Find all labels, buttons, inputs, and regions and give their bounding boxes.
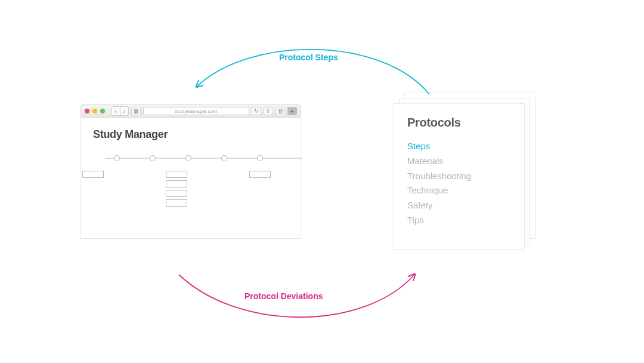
protocol-section-tips[interactable]: Tips bbox=[407, 213, 511, 228]
browser-body: Study Manager bbox=[80, 118, 301, 239]
study-timeline bbox=[93, 154, 289, 214]
close-icon bbox=[85, 109, 89, 113]
svg-point-1 bbox=[114, 156, 120, 161]
forward-icon[interactable]: › bbox=[120, 107, 128, 115]
label-protocol-deviations: Protocol Deviations bbox=[244, 291, 323, 301]
protocols-card: Protocols Steps Materials Troubleshootin… bbox=[394, 103, 525, 250]
protocol-section-materials[interactable]: Materials bbox=[407, 154, 511, 169]
timeline-task bbox=[249, 171, 271, 178]
timeline-task bbox=[166, 171, 187, 178]
zoom-icon bbox=[100, 109, 105, 113]
protocols-stack: Protocols Steps Materials Troubleshootin… bbox=[394, 93, 535, 248]
svg-point-2 bbox=[150, 156, 156, 161]
protocols-section-list: Steps Materials Troubleshooting Techniqu… bbox=[407, 139, 511, 228]
timeline-task bbox=[166, 180, 187, 187]
protocol-section-safety[interactable]: Safety bbox=[407, 198, 511, 213]
timeline-task bbox=[82, 171, 104, 178]
share-icon[interactable]: ⇧ bbox=[264, 107, 273, 115]
protocol-section-technique[interactable]: Technique bbox=[407, 183, 511, 198]
url-text: studymanager.com bbox=[175, 109, 218, 114]
window-traffic-lights bbox=[85, 109, 105, 113]
timeline-task bbox=[166, 199, 187, 207]
address-bar[interactable]: studymanager.com bbox=[143, 107, 249, 115]
browser-chrome: ‹ › ▦ studymanager.com ↻ ⇧ ▥ + bbox=[80, 104, 301, 118]
protocols-title: Protocols bbox=[407, 116, 511, 130]
tabs-icon[interactable]: ▥ bbox=[275, 107, 285, 115]
nav-arrows: ‹ › bbox=[111, 106, 129, 116]
svg-point-3 bbox=[186, 156, 191, 161]
minimize-icon bbox=[92, 109, 97, 113]
reload-icon[interactable]: ↻ bbox=[252, 107, 261, 115]
app-title: Study Manager bbox=[93, 128, 289, 141]
svg-point-5 bbox=[258, 156, 263, 161]
protocol-section-steps[interactable]: Steps bbox=[407, 139, 511, 154]
timeline-line bbox=[105, 154, 302, 162]
new-tab-icon[interactable]: + bbox=[287, 107, 297, 115]
svg-point-4 bbox=[222, 156, 227, 161]
back-icon[interactable]: ‹ bbox=[112, 107, 120, 115]
timeline-task bbox=[166, 190, 187, 197]
protocol-section-troubleshooting[interactable]: Troubleshooting bbox=[407, 169, 511, 184]
label-protocol-steps: Protocol Steps bbox=[279, 53, 338, 62]
sidebar-icon[interactable]: ▦ bbox=[131, 107, 141, 115]
study-manager-browser: ‹ › ▦ studymanager.com ↻ ⇧ ▥ + Study Man… bbox=[80, 104, 301, 239]
